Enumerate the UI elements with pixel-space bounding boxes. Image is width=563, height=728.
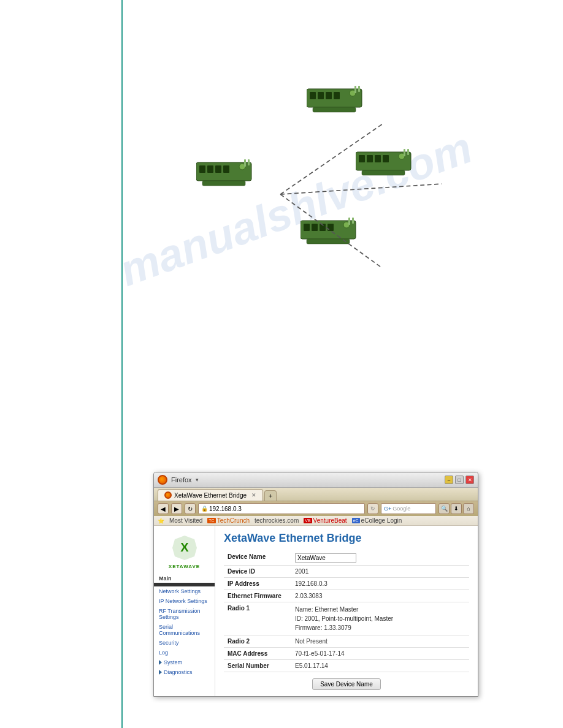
- nav-item-label: Log: [159, 650, 168, 656]
- techcrunch-bookmark[interactable]: TC TechCrunch: [207, 517, 250, 524]
- browser-window: Firefox ▾ – □ ✕ XetaWave Ethernet Bridge…: [153, 472, 478, 697]
- home-icon-btn[interactable]: ⌂: [463, 503, 474, 514]
- refresh-icon[interactable]: ↻: [367, 503, 378, 514]
- svg-text:X: X: [180, 540, 189, 554]
- table-row: IP Address 192.168.0.3: [224, 578, 469, 590]
- field-label-device-name: Device Name: [224, 551, 291, 566]
- svg-line-0: [280, 124, 382, 194]
- left-border-line: [121, 0, 123, 728]
- minimize-button[interactable]: –: [445, 476, 453, 484]
- field-value-radio1: Name: Ethernet Master ID: 2001, Point-to…: [291, 602, 469, 635]
- table-row: Radio 1 Name: Ethernet Master ID: 2001, …: [224, 602, 469, 635]
- search-placeholder: Google: [393, 506, 410, 512]
- device-name-input[interactable]: [295, 553, 356, 563]
- table-row: Serial Number E5.01.17.14: [224, 660, 469, 672]
- url-input[interactable]: 🔒 192.168.0.3: [198, 503, 365, 514]
- tab-bar: XetaWave Ethernet Bridge ✕ +: [154, 488, 478, 501]
- table-row: MAC Address 70-f1-e5-01-17-14: [224, 648, 469, 660]
- nav-item-label: Diagnostics: [164, 669, 193, 675]
- tab-label: XetaWave Ethernet Bridge: [174, 492, 247, 499]
- nav-item-label: Security: [159, 640, 179, 646]
- field-value-mac-address: 70-f1-e5-01-17-14: [291, 648, 469, 660]
- field-label-mac-address: MAC Address: [224, 648, 291, 660]
- toolbar-icons: 🔍 ⬇ ⌂: [439, 503, 474, 514]
- close-button[interactable]: ✕: [465, 476, 474, 484]
- field-label-serial-number: Serial Number: [224, 660, 291, 672]
- sidebar-item-system[interactable]: System: [154, 658, 215, 667]
- sidebar-item-serial[interactable]: Serial Communications: [154, 622, 215, 638]
- nav-item-label: System: [164, 659, 182, 665]
- sidebar-item-diagnostics[interactable]: Diagnostics: [154, 667, 215, 677]
- new-tab-button[interactable]: +: [264, 490, 277, 501]
- field-label-radio2: Radio 2: [224, 635, 291, 648]
- title-arrow: ▾: [196, 477, 199, 483]
- field-value-device-name[interactable]: [291, 551, 469, 566]
- url-text: 192.168.0.3: [209, 506, 242, 512]
- system-expand-icon: [159, 660, 162, 665]
- network-lines-svg: [141, 37, 546, 331]
- title-bar-controls: – □ ✕: [445, 476, 474, 484]
- nav-item-label: Serial Communications: [159, 624, 210, 636]
- diagnostics-expand-icon: [159, 670, 162, 675]
- network-diagram: [141, 37, 546, 331]
- sidebar-item-log[interactable]: Log: [154, 648, 215, 658]
- venturebeat-icon: VB: [304, 518, 312, 523]
- table-row: Device Name: [224, 551, 469, 566]
- techcrunch-icon: TC: [207, 518, 215, 523]
- field-label-ip-address: IP Address: [224, 578, 291, 590]
- save-device-name-button[interactable]: Save Device Name: [312, 678, 381, 690]
- most-visited-bookmark[interactable]: Most Visited: [169, 517, 202, 524]
- sidebar-item-network-settings[interactable]: Network Settings: [154, 586, 215, 596]
- address-bar: ◀ ▶ ↻ 🔒 192.168.0.3 ↻ G+ Google 🔍 ⬇ ⌂: [154, 501, 478, 516]
- field-label-radio1: Radio 1: [224, 602, 291, 635]
- xetawave-logo-icon: X: [171, 534, 198, 561]
- bookmarks-label: ⭐: [158, 518, 164, 524]
- google-g-icon: G+: [384, 506, 391, 512]
- sidebar-item-ip-network[interactable]: IP Network Settings: [154, 596, 215, 606]
- techrockies-bookmark[interactable]: techrockies.com: [255, 517, 299, 524]
- main-content-area: XetaWave Ethernet Bridge Device Name Dev…: [215, 526, 478, 696]
- sidebar-item-rf-settings[interactable]: RF Transmission Settings: [154, 606, 215, 622]
- search-icon-btn[interactable]: 🔍: [439, 503, 450, 514]
- title-bar: Firefox ▾ – □ ✕: [154, 472, 478, 488]
- field-value-device-id: 2001: [291, 566, 469, 578]
- field-label-device-id: Device ID: [224, 566, 291, 578]
- sidebar-nav: X XETAWAVE Main Network Settings IP Netw…: [154, 526, 215, 696]
- nav-item-label: Network Settings: [159, 588, 201, 594]
- nav-item-label: RF Transmission Settings: [159, 608, 210, 620]
- logo-text: XETAWAVE: [159, 564, 210, 569]
- venturebeat-bookmark[interactable]: VB VentureBeat: [304, 517, 347, 524]
- tab-favicon: [164, 491, 172, 499]
- reload-button[interactable]: ↻: [185, 503, 196, 514]
- forward-button[interactable]: ▶: [171, 503, 182, 514]
- field-label-ethernet-firmware: Ethernet Firmware: [224, 590, 291, 602]
- ecollege-bookmark[interactable]: eC eCollege Login: [352, 517, 402, 524]
- svg-line-1: [280, 184, 442, 194]
- title-bar-left: Firefox ▾: [158, 475, 199, 485]
- field-value-radio2: Not Present: [291, 635, 469, 648]
- field-value-ip-address: 192.168.0.3: [291, 578, 469, 590]
- download-icon-btn[interactable]: ⬇: [451, 503, 462, 514]
- table-row: Radio 2 Not Present: [224, 635, 469, 648]
- back-button[interactable]: ◀: [158, 503, 169, 514]
- field-value-serial-number: E5.01.17.14: [291, 660, 469, 672]
- search-input[interactable]: G+ Google: [381, 503, 436, 514]
- bookmarks-bar: ⭐ Most Visited TC TechCrunch techrockies…: [154, 516, 478, 526]
- table-row: Ethernet Firmware 2.03.3083: [224, 590, 469, 602]
- nav-item-label: IP Network Settings: [159, 598, 207, 604]
- active-tab[interactable]: XetaWave Ethernet Bridge ✕: [158, 489, 263, 501]
- table-row: Device ID 2001: [224, 566, 469, 578]
- firefox-logo-icon: [158, 475, 167, 485]
- url-lock-icon: 🔒: [201, 506, 208, 512]
- reload-stop-area: ↻: [367, 503, 378, 514]
- ecollege-icon: eC: [352, 518, 360, 523]
- nav-section-main: Main: [154, 573, 215, 583]
- maximize-button[interactable]: □: [455, 476, 464, 484]
- xetawave-logo: X XETAWAVE: [154, 531, 215, 573]
- device-info-table: Device Name Device ID 2001 IP Address 19…: [224, 551, 469, 672]
- page-title: XetaWave Ethernet Bridge: [224, 532, 469, 545]
- tab-close-icon[interactable]: ✕: [251, 492, 256, 498]
- field-value-ethernet-firmware: 2.03.3083: [291, 590, 469, 602]
- svg-line-2: [280, 194, 382, 268]
- sidebar-item-security[interactable]: Security: [154, 638, 215, 648]
